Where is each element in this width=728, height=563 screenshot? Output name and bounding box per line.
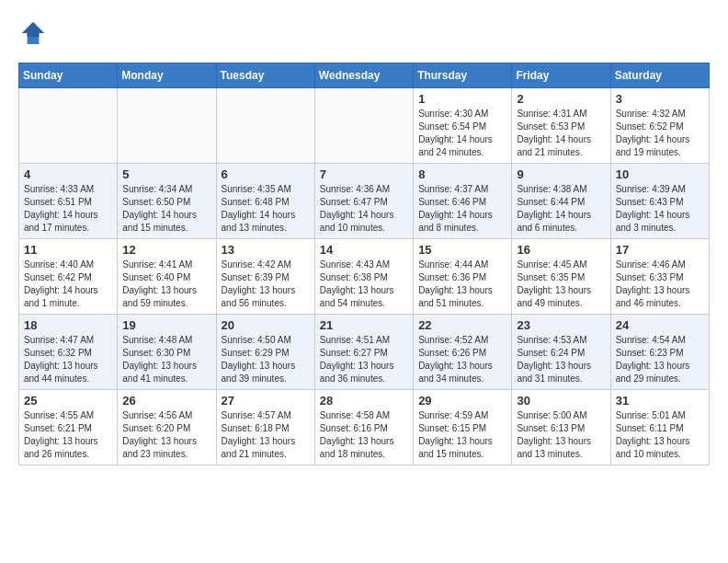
calendar-cell: 24Sunrise: 4:54 AM Sunset: 6:23 PM Dayli…: [610, 315, 709, 390]
day-info: Sunrise: 4:55 AM Sunset: 6:21 PM Dayligh…: [24, 409, 112, 461]
day-number: 4: [24, 167, 112, 181]
day-number: 18: [24, 318, 112, 332]
day-header-sunday: Sunday: [19, 63, 118, 88]
day-number: 24: [616, 318, 704, 332]
calendar-cell: [314, 88, 413, 164]
calendar-cell: 17Sunrise: 4:46 AM Sunset: 6:33 PM Dayli…: [610, 239, 709, 315]
day-number: 8: [418, 167, 506, 181]
calendar-header-row: SundayMondayTuesdayWednesdayThursdayFrid…: [19, 63, 710, 88]
day-number: 10: [616, 167, 704, 181]
day-info: Sunrise: 4:53 AM Sunset: 6:24 PM Dayligh…: [517, 334, 605, 385]
day-info: Sunrise: 4:31 AM Sunset: 6:53 PM Dayligh…: [517, 108, 605, 159]
day-number: 3: [616, 92, 704, 106]
day-info: Sunrise: 4:40 AM Sunset: 6:42 PM Dayligh…: [24, 259, 112, 310]
day-info: Sunrise: 4:42 AM Sunset: 6:39 PM Dayligh…: [222, 259, 310, 310]
day-info: Sunrise: 4:34 AM Sunset: 6:50 PM Dayligh…: [122, 183, 210, 235]
day-header-wednesday: Wednesday: [314, 63, 413, 88]
day-info: Sunrise: 4:56 AM Sunset: 6:20 PM Dayligh…: [122, 409, 210, 461]
calendar-cell: 15Sunrise: 4:44 AM Sunset: 6:36 PM Dayli…: [414, 239, 512, 315]
day-info: Sunrise: 4:43 AM Sunset: 6:38 PM Dayligh…: [320, 259, 408, 310]
day-number: 19: [122, 318, 210, 332]
day-info: Sunrise: 4:44 AM Sunset: 6:36 PM Dayligh…: [418, 259, 506, 310]
day-number: 29: [418, 394, 506, 408]
day-info: Sunrise: 4:50 AM Sunset: 6:29 PM Dayligh…: [222, 334, 310, 385]
calendar-cell: 4Sunrise: 4:33 AM Sunset: 6:51 PM Daylig…: [19, 164, 118, 239]
calendar-cell: 5Sunrise: 4:34 AM Sunset: 6:50 PM Daylig…: [118, 164, 216, 239]
calendar-cell: 29Sunrise: 4:59 AM Sunset: 6:15 PM Dayli…: [414, 390, 512, 465]
day-info: Sunrise: 4:30 AM Sunset: 6:54 PM Dayligh…: [418, 108, 506, 159]
calendar-cell: 20Sunrise: 4:50 AM Sunset: 6:29 PM Dayli…: [216, 315, 314, 390]
day-info: Sunrise: 4:41 AM Sunset: 6:40 PM Dayligh…: [122, 259, 210, 310]
day-number: 2: [517, 92, 605, 106]
calendar-cell: [216, 88, 314, 164]
day-number: 23: [517, 318, 605, 332]
calendar-cell: 31Sunrise: 5:01 AM Sunset: 6:11 PM Dayli…: [610, 390, 709, 465]
day-number: 21: [320, 318, 408, 332]
day-header-tuesday: Tuesday: [216, 63, 314, 88]
calendar-cell: 28Sunrise: 4:58 AM Sunset: 6:16 PM Dayli…: [314, 390, 413, 465]
calendar-cell: 18Sunrise: 4:47 AM Sunset: 6:32 PM Dayli…: [19, 315, 118, 390]
day-number: 6: [222, 167, 310, 181]
calendar-cell: 25Sunrise: 4:55 AM Sunset: 6:21 PM Dayli…: [19, 390, 118, 465]
calendar-cell: [19, 88, 118, 164]
day-info: Sunrise: 4:48 AM Sunset: 6:30 PM Dayligh…: [122, 334, 210, 385]
day-number: 14: [320, 243, 408, 257]
day-info: Sunrise: 4:36 AM Sunset: 6:47 PM Dayligh…: [320, 183, 408, 235]
calendar-cell: 7Sunrise: 4:36 AM Sunset: 6:47 PM Daylig…: [314, 164, 413, 239]
calendar-cell: 3Sunrise: 4:32 AM Sunset: 6:52 PM Daylig…: [610, 88, 709, 164]
calendar-cell: 10Sunrise: 4:39 AM Sunset: 6:43 PM Dayli…: [610, 164, 709, 239]
day-info: Sunrise: 4:37 AM Sunset: 6:46 PM Dayligh…: [418, 183, 506, 235]
calendar-cell: 2Sunrise: 4:31 AM Sunset: 6:53 PM Daylig…: [512, 88, 610, 164]
day-number: 25: [24, 394, 112, 408]
day-info: Sunrise: 4:39 AM Sunset: 6:43 PM Dayligh…: [616, 183, 704, 235]
calendar-cell: 30Sunrise: 5:00 AM Sunset: 6:13 PM Dayli…: [512, 390, 610, 465]
day-number: 12: [122, 243, 210, 257]
day-info: Sunrise: 4:51 AM Sunset: 6:27 PM Dayligh…: [320, 334, 408, 385]
day-number: 5: [122, 167, 210, 181]
day-number: 1: [418, 92, 506, 106]
day-number: 16: [517, 243, 605, 257]
day-number: 22: [418, 318, 506, 332]
calendar-week-row: 18Sunrise: 4:47 AM Sunset: 6:32 PM Dayli…: [19, 315, 710, 390]
day-number: 7: [320, 167, 408, 181]
day-number: 20: [222, 318, 310, 332]
calendar-cell: 27Sunrise: 4:57 AM Sunset: 6:18 PM Dayli…: [216, 390, 314, 465]
day-info: Sunrise: 5:00 AM Sunset: 6:13 PM Dayligh…: [517, 409, 605, 461]
day-number: 9: [517, 167, 605, 181]
day-header-friday: Friday: [512, 63, 610, 88]
calendar-table: SundayMondayTuesdayWednesdayThursdayFrid…: [18, 63, 710, 465]
day-number: 11: [24, 243, 112, 257]
page-header: [18, 18, 710, 48]
day-number: 28: [320, 394, 408, 408]
calendar-cell: 21Sunrise: 4:51 AM Sunset: 6:27 PM Dayli…: [314, 315, 413, 390]
day-info: Sunrise: 5:01 AM Sunset: 6:11 PM Dayligh…: [616, 409, 704, 461]
day-number: 30: [517, 394, 605, 408]
calendar-cell: 1Sunrise: 4:30 AM Sunset: 6:54 PM Daylig…: [414, 88, 512, 164]
day-info: Sunrise: 4:46 AM Sunset: 6:33 PM Dayligh…: [616, 259, 704, 310]
calendar-week-row: 25Sunrise: 4:55 AM Sunset: 6:21 PM Dayli…: [19, 390, 710, 465]
calendar-cell: 19Sunrise: 4:48 AM Sunset: 6:30 PM Dayli…: [118, 315, 216, 390]
day-info: Sunrise: 4:47 AM Sunset: 6:32 PM Dayligh…: [24, 334, 112, 385]
day-header-monday: Monday: [118, 63, 216, 88]
day-info: Sunrise: 4:45 AM Sunset: 6:35 PM Dayligh…: [517, 259, 605, 310]
calendar-cell: 23Sunrise: 4:53 AM Sunset: 6:24 PM Dayli…: [512, 315, 610, 390]
day-info: Sunrise: 4:57 AM Sunset: 6:18 PM Dayligh…: [222, 409, 310, 461]
calendar-week-row: 4Sunrise: 4:33 AM Sunset: 6:51 PM Daylig…: [19, 164, 710, 239]
calendar-cell: 8Sunrise: 4:37 AM Sunset: 6:46 PM Daylig…: [414, 164, 512, 239]
day-header-saturday: Saturday: [610, 63, 709, 88]
day-number: 15: [418, 243, 506, 257]
svg-marker-1: [22, 22, 44, 37]
logo: [18, 18, 51, 48]
day-info: Sunrise: 4:54 AM Sunset: 6:23 PM Dayligh…: [616, 334, 704, 385]
day-info: Sunrise: 4:52 AM Sunset: 6:26 PM Dayligh…: [418, 334, 506, 385]
calendar-cell: 22Sunrise: 4:52 AM Sunset: 6:26 PM Dayli…: [414, 315, 512, 390]
day-info: Sunrise: 4:58 AM Sunset: 6:16 PM Dayligh…: [320, 409, 408, 461]
calendar-cell: 12Sunrise: 4:41 AM Sunset: 6:40 PM Dayli…: [118, 239, 216, 315]
calendar-cell: 13Sunrise: 4:42 AM Sunset: 6:39 PM Dayli…: [216, 239, 314, 315]
calendar-cell: 26Sunrise: 4:56 AM Sunset: 6:20 PM Dayli…: [118, 390, 216, 465]
calendar-week-row: 1Sunrise: 4:30 AM Sunset: 6:54 PM Daylig…: [19, 88, 710, 164]
day-header-thursday: Thursday: [414, 63, 512, 88]
calendar-cell: 16Sunrise: 4:45 AM Sunset: 6:35 PM Dayli…: [512, 239, 610, 315]
logo-icon: [18, 18, 48, 48]
calendar-cell: 14Sunrise: 4:43 AM Sunset: 6:38 PM Dayli…: [314, 239, 413, 315]
